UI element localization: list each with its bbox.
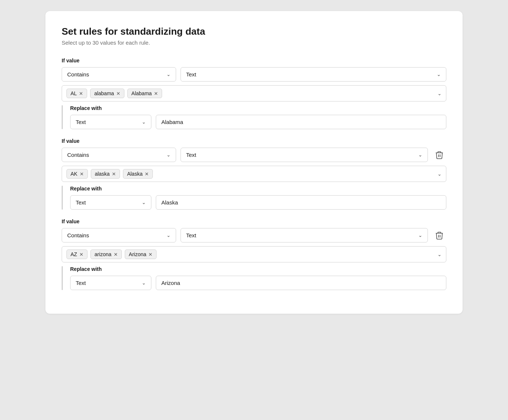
replace-type-value-2: Text — [76, 199, 86, 206]
type-chevron-3: ⌄ — [418, 233, 422, 238]
type-select-3[interactable]: Text⌄ — [181, 228, 428, 242]
page-subtitle: Select up to 30 values for each rule. — [62, 39, 446, 46]
replace-label-3: Replace with — [70, 266, 446, 272]
replace-chevron-2: ⌄ — [142, 200, 146, 205]
condition-row-3: Contains⌄Text⌄ — [62, 228, 446, 242]
replace-value-input-2[interactable] — [156, 195, 446, 210]
left-border-2 — [62, 186, 63, 210]
tag-1-2: alabama✕ — [90, 89, 124, 98]
rule-block-1: If valueContains⌄Text⌄AL✕alabama✕Alabama… — [62, 58, 446, 129]
condition-select-3[interactable]: Contains⌄ — [62, 228, 176, 242]
condition-value-2: Contains — [67, 152, 89, 158]
tags-chevron-2[interactable]: ⌄ — [437, 171, 442, 177]
tag-2-3: Alaska✕ — [123, 169, 153, 179]
tag-label-1-1: AL — [71, 90, 77, 96]
replace-row-1: Text⌄ — [70, 115, 446, 129]
condition-row-2: Contains⌄Text⌄ — [62, 148, 446, 162]
rule-block-2: If valueContains⌄Text⌄ AK✕alaska✕Alaska✕… — [62, 138, 446, 210]
tags-chevron-1[interactable]: ⌄ — [437, 91, 442, 96]
rule-block-3: If valueContains⌄Text⌄ AZ✕arizona✕Arizon… — [62, 218, 446, 290]
trash-icon — [436, 151, 443, 159]
type-value-2: Text — [186, 152, 196, 158]
replace-content-1: Replace withText⌄ — [70, 105, 446, 129]
replace-type-select-1[interactable]: Text⌄ — [70, 115, 151, 129]
type-select-2[interactable]: Text⌄ — [181, 148, 428, 162]
replace-value-input-3[interactable] — [156, 276, 446, 290]
tag-label-2-1: AK — [71, 171, 78, 177]
condition-value-3: Contains — [67, 232, 89, 238]
tags-chevron-3[interactable]: ⌄ — [437, 252, 442, 257]
tag-close-2-2[interactable]: ✕ — [112, 172, 116, 176]
replace-row-3: Text⌄ — [70, 276, 446, 290]
main-panel: Set rules for standardizing data Select … — [45, 11, 463, 314]
tag-close-1-1[interactable]: ✕ — [79, 91, 83, 96]
tag-1-1: AL✕ — [66, 89, 87, 98]
type-value-1: Text — [186, 71, 196, 78]
condition-chevron-1: ⌄ — [167, 72, 171, 77]
if-value-label-2: If value — [62, 138, 446, 144]
tags-row-3: AZ✕arizona✕Arizona✕⌄ — [62, 246, 446, 262]
tag-close-1-2[interactable]: ✕ — [116, 91, 120, 96]
tag-label-3-3: Arizona — [129, 251, 146, 257]
tags-row-1: AL✕alabama✕Alabama✕⌄ — [62, 85, 446, 101]
left-border-1 — [62, 105, 63, 129]
tag-label-3-2: arizona — [95, 251, 111, 257]
delete-rule-button-3[interactable] — [432, 228, 446, 242]
tags-left-1: AL✕alabama✕Alabama✕ — [66, 89, 162, 98]
page-title: Set rules for standardizing data — [62, 26, 446, 37]
replace-type-select-2[interactable]: Text⌄ — [70, 195, 151, 210]
tag-2-1: AK✕ — [66, 169, 88, 179]
tag-close-2-3[interactable]: ✕ — [145, 172, 149, 176]
tag-label-2-2: alaska — [95, 171, 110, 177]
if-value-label-3: If value — [62, 218, 446, 224]
replace-block-2: Replace withText⌄ — [62, 186, 446, 210]
tag-close-1-3[interactable]: ✕ — [154, 91, 158, 96]
type-select-1[interactable]: Text⌄ — [181, 67, 446, 82]
condition-select-1[interactable]: Contains⌄ — [62, 67, 176, 82]
tag-label-1-3: Alabama — [131, 90, 152, 96]
tag-3-2: arizona✕ — [90, 249, 122, 259]
replace-type-select-3[interactable]: Text⌄ — [70, 276, 151, 290]
replace-block-3: Replace withText⌄ — [62, 266, 446, 290]
replace-chevron-3: ⌄ — [142, 280, 146, 286]
replace-type-value-1: Text — [76, 119, 86, 125]
tag-close-3-3[interactable]: ✕ — [148, 252, 152, 257]
replace-value-input-1[interactable] — [156, 115, 446, 129]
replace-chevron-1: ⌄ — [142, 119, 146, 125]
tag-3-1: AZ✕ — [66, 249, 87, 259]
tags-left-2: AK✕alaska✕Alaska✕ — [66, 169, 153, 179]
tag-2-2: alaska✕ — [91, 169, 120, 179]
replace-row-2: Text⌄ — [70, 195, 446, 210]
condition-select-2[interactable]: Contains⌄ — [62, 148, 176, 162]
replace-type-value-3: Text — [76, 280, 86, 286]
condition-chevron-2: ⌄ — [167, 152, 171, 158]
type-value-3: Text — [186, 232, 196, 238]
tag-close-3-2[interactable]: ✕ — [114, 252, 118, 257]
replace-content-3: Replace withText⌄ — [70, 266, 446, 290]
type-chevron-2: ⌄ — [418, 152, 422, 158]
tag-label-2-3: Alaska — [127, 171, 143, 177]
tags-left-3: AZ✕arizona✕Arizona✕ — [66, 249, 157, 259]
tag-close-2-1[interactable]: ✕ — [80, 172, 84, 176]
condition-value-1: Contains — [67, 71, 89, 78]
replace-label-2: Replace with — [70, 186, 446, 192]
tags-row-2: AK✕alaska✕Alaska✕⌄ — [62, 166, 446, 182]
tag-label-3-1: AZ — [71, 251, 77, 257]
trash-icon — [436, 231, 443, 240]
replace-content-2: Replace withText⌄ — [70, 186, 446, 210]
rules-container: If valueContains⌄Text⌄AL✕alabama✕Alabama… — [62, 58, 446, 290]
tag-3-3: Arizona✕ — [125, 249, 157, 259]
delete-rule-button-2[interactable] — [432, 148, 446, 162]
replace-block-1: Replace withText⌄ — [62, 105, 446, 129]
type-chevron-1: ⌄ — [437, 72, 441, 77]
condition-chevron-3: ⌄ — [167, 233, 171, 238]
tag-close-3-1[interactable]: ✕ — [79, 252, 83, 257]
if-value-label-1: If value — [62, 58, 446, 63]
left-border-3 — [62, 266, 63, 290]
condition-row-1: Contains⌄Text⌄ — [62, 67, 446, 82]
replace-label-1: Replace with — [70, 105, 446, 111]
tag-label-1-2: alabama — [94, 90, 114, 96]
tag-1-3: Alabama✕ — [127, 89, 162, 98]
